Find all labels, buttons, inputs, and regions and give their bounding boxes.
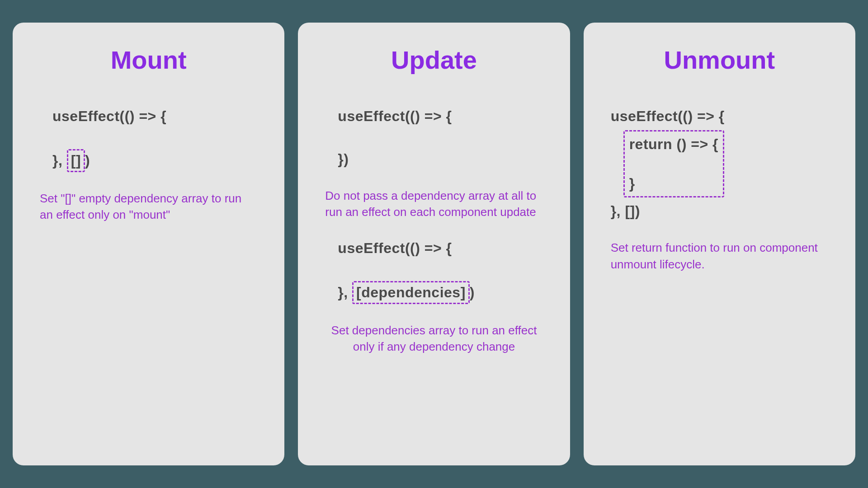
update-card: Update useEffect(() => { }) Do not pass … [298,23,570,465]
code-line: useEffect(() => { [52,106,257,127]
unmount-code-block: useEffect(() => { return () => { } }, []… [611,106,828,221]
unmount-description: Set return function to run on component … [611,239,828,272]
code-line: return () => { } [623,130,828,198]
mount-description: Set "[]" empty dependency array to run a… [40,190,257,223]
dependencies-highlight: [dependencies] [352,281,470,304]
code-line: useEffect(() => { [611,106,828,127]
update-title: Update [325,45,542,75]
update-code-block-1: useEffect(() => { }) [325,106,542,169]
update-description-2: Set dependencies array to run an effect … [325,322,542,355]
return-function-highlight: return () => { } [623,130,724,198]
update-description-1: Do not pass a dependency array at all to… [325,188,542,221]
empty-array-highlight: [] [67,149,85,172]
update-code-block-2: useEffect(() => { }, [dependencies]) [325,238,542,304]
mount-code-block: useEffect(() => { }, []) [40,106,257,172]
code-line: useEffect(() => { [338,238,542,258]
code-line: useEffect(() => { [338,106,542,127]
mount-title: Mount [40,45,257,75]
code-line: }, [dependencies]) [338,281,542,304]
unmount-title: Unmount [611,45,828,75]
unmount-card: Unmount useEffect(() => { return () => {… [584,23,855,465]
code-line: }, []) [611,201,828,221]
code-line: }, []) [52,149,257,172]
code-line: }) [338,149,542,169]
mount-card: Mount useEffect(() => { }, []) Set "[]" … [13,23,284,465]
